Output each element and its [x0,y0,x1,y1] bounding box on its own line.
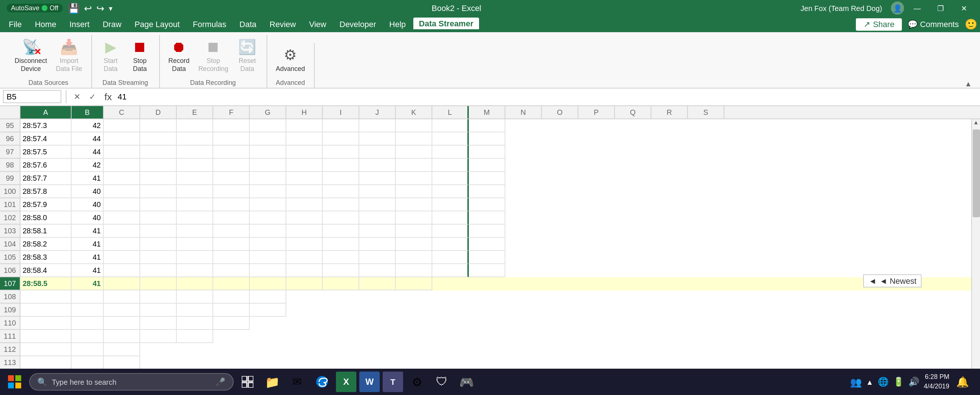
cell-d97[interactable] [140,145,177,158]
cell-f101[interactable] [213,198,250,211]
cell-b97[interactable]: 44 [72,145,104,158]
cell-k100[interactable] [396,185,432,198]
cell-i98[interactable] [323,158,359,171]
cell-l99[interactable] [432,171,469,185]
cell-g95[interactable] [250,119,286,132]
cell-h106[interactable] [286,264,323,277]
menu-insert[interactable]: Insert [64,18,95,30]
cell-e108[interactable] [177,290,213,303]
cell-reference-box[interactable] [3,90,61,103]
cell-m95[interactable] [469,119,505,132]
file-explorer-icon[interactable]: 📁 [261,371,283,393]
cell-d104[interactable] [140,237,177,251]
cell-e97[interactable] [177,145,213,158]
restore-button[interactable]: ❐ [930,2,951,14]
cell-d101[interactable] [140,198,177,211]
cell-f110[interactable] [213,317,250,329]
cell-k106[interactable] [396,264,432,277]
cell-l104[interactable] [432,237,469,251]
menu-draw[interactable]: Draw [97,18,127,30]
newest-indicator[interactable]: ◄ ◄ Newest [864,274,921,287]
cell-c98[interactable] [104,158,140,171]
cell-c106[interactable] [104,264,140,277]
cell-l101[interactable] [432,198,469,211]
cell-b102[interactable]: 40 [72,211,104,224]
cell-e103[interactable] [177,224,213,237]
excel-icon[interactable]: X [336,372,356,392]
settings-icon[interactable]: ⚙ [406,371,428,393]
menu-home[interactable]: Home [29,18,62,30]
microphone-icon[interactable]: 🎤 [215,377,226,387]
cell-c100[interactable] [104,185,140,198]
cell-b105[interactable]: 41 [72,251,104,264]
cell-l100[interactable] [432,185,469,198]
scroll-thumb[interactable] [973,129,980,217]
cell-e111[interactable] [177,329,213,343]
cell-a101[interactable]: 28:57.9 [21,198,72,211]
cell-b96[interactable]: 44 [72,132,104,145]
cell-j106[interactable] [359,264,396,277]
network-icon[interactable]: 🌐 [878,377,889,387]
cell-l96[interactable] [432,132,469,145]
cell-f104[interactable] [213,237,250,251]
cell-e107[interactable] [177,277,213,290]
cell-d103[interactable] [140,224,177,237]
game-bar-icon[interactable]: 🎮 [456,371,477,393]
cell-f98[interactable] [213,158,250,171]
cell-a100[interactable]: 28:57.8 [21,185,72,198]
col-header-l[interactable]: L [432,106,469,118]
cell-k97[interactable] [396,145,432,158]
cell-h104[interactable] [286,237,323,251]
cell-a96[interactable]: 28:57.4 [21,132,72,145]
edge-icon[interactable] [311,371,333,393]
cell-e110[interactable] [177,317,213,329]
cell-c104[interactable] [104,237,140,251]
cell-f107[interactable] [213,277,250,290]
cell-m97[interactable] [469,145,505,158]
cell-j102[interactable] [359,211,396,224]
cell-k95[interactable] [396,119,432,132]
cell-h105[interactable] [286,251,323,264]
cell-e104[interactable] [177,237,213,251]
stop-data-button[interactable]: ⏹ Stop Data [127,35,153,74]
col-header-s[interactable]: S [688,106,724,118]
col-header-f[interactable]: F [213,106,250,118]
cell-g99[interactable] [250,171,286,185]
stop-recording-button[interactable]: ⏹ Stop Recording [195,35,231,74]
redo-icon[interactable]: ↪ [96,3,104,14]
cell-a113[interactable] [21,356,72,369]
cell-f102[interactable] [213,211,250,224]
row-header-109[interactable]: 109 [0,303,20,317]
cell-l95[interactable] [432,119,469,132]
cell-f100[interactable] [213,185,250,198]
cell-e99[interactable] [177,171,213,185]
cell-e96[interactable] [177,132,213,145]
cell-c95[interactable] [104,119,140,132]
cell-h107[interactable] [286,277,323,290]
cell-m104[interactable] [469,237,505,251]
cell-e105[interactable] [177,251,213,264]
cell-d111[interactable] [140,329,177,343]
col-header-e[interactable]: E [177,106,213,118]
cell-i106[interactable] [323,264,359,277]
cell-d109[interactable] [140,303,177,317]
cell-k105[interactable] [396,251,432,264]
cell-i105[interactable] [323,251,359,264]
close-button[interactable]: ✕ [954,2,974,14]
cell-f95[interactable] [213,119,250,132]
menu-formulas[interactable]: Formulas [187,18,232,30]
menu-developer[interactable]: Developer [334,18,382,30]
cell-k101[interactable] [396,198,432,211]
cell-g109[interactable] [250,303,286,317]
row-header-95[interactable]: 95 [0,119,20,132]
row-header-99[interactable]: 99 [0,171,20,185]
cell-a102[interactable]: 28:58.0 [21,211,72,224]
cell-c97[interactable] [104,145,140,158]
col-header-b[interactable]: B [72,106,104,118]
cell-b108[interactable] [72,290,104,303]
scroll-up-btn[interactable]: ▲ [972,119,980,126]
cell-l102[interactable] [432,211,469,224]
cell-j96[interactable] [359,132,396,145]
advanced-button[interactable]: ⚙ Advanced [273,43,308,75]
cell-j105[interactable] [359,251,396,264]
